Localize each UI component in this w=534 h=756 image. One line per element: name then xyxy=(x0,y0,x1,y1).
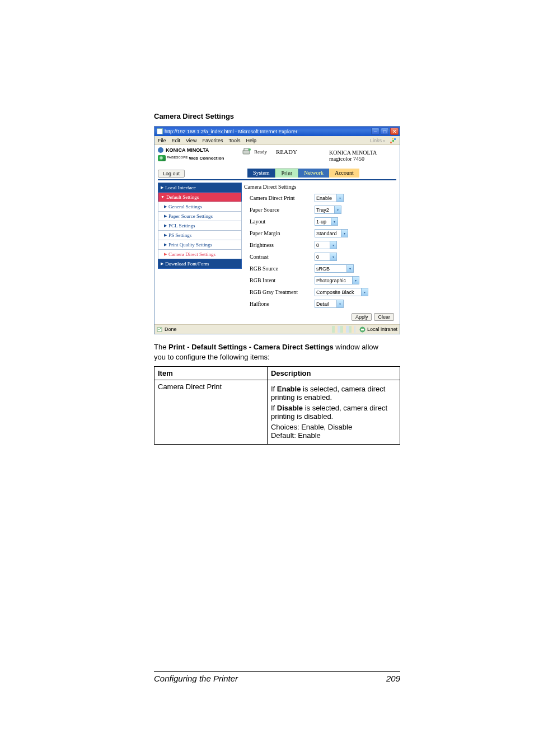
triangle-icon: ▶ xyxy=(164,223,167,228)
select-wrap[interactable]: sRGB▾ xyxy=(315,264,354,273)
setting-row: Camera Direct PrintEnable▾ xyxy=(244,192,396,204)
select-wrap[interactable]: 0▾ xyxy=(315,241,337,249)
svg-rect-5 xyxy=(244,148,249,151)
statusbar-zone: Local intranet xyxy=(367,326,397,332)
tab-system[interactable]: System xyxy=(247,169,275,178)
svg-rect-1 xyxy=(392,140,394,142)
setting-label: Paper Margin xyxy=(244,230,311,236)
device-info: KONICA MINOLTA magicolor 7450 xyxy=(329,147,396,162)
menu-help[interactable]: Help xyxy=(246,138,256,143)
select-value[interactable]: Standard xyxy=(315,229,348,237)
setting-label: Camera Direct Print xyxy=(244,195,311,201)
intranet-zone-icon xyxy=(359,326,366,333)
sidebar-item-camera-direct[interactable]: ▶Camera Direct Settings xyxy=(158,249,242,259)
sidebar-item-general[interactable]: ▶General Settings xyxy=(158,202,242,212)
sidebar-item-pcl[interactable]: ▶PCL Settings xyxy=(158,221,242,231)
triangle-icon: ▶ xyxy=(164,204,167,209)
sidebar-item-ps[interactable]: ▶PS Settings xyxy=(158,230,242,240)
triangle-icon: ▶ xyxy=(161,185,163,190)
brand-text: KONICA MINOLTA xyxy=(166,147,209,153)
apply-button[interactable]: Apply xyxy=(352,313,372,321)
triangle-down-icon: ▼ xyxy=(161,195,165,199)
pagescope-text: PAGESCOPE Web Connection xyxy=(167,156,224,161)
description-paragraph: The Print - Default Settings - Camera Di… xyxy=(154,342,380,362)
select-value[interactable]: Detail xyxy=(315,300,344,308)
triangle-icon: ▶ xyxy=(164,214,167,218)
close-button[interactable]: ✕ xyxy=(390,128,399,135)
menu-view[interactable]: View xyxy=(186,138,196,143)
sidebar-download-font[interactable]: ▶Download Font/Form xyxy=(158,259,242,269)
sidebar-label: Print Quality Settings xyxy=(168,242,212,248)
brand-circle-icon xyxy=(158,147,163,153)
tab-print[interactable]: Print xyxy=(275,169,298,178)
sidebar-label: PS Settings xyxy=(168,232,191,238)
setting-label: RGB Intent xyxy=(244,277,311,283)
select-value[interactable]: Enable xyxy=(315,194,344,202)
setting-label: Halftone xyxy=(244,301,311,307)
svg-rect-0 xyxy=(390,142,392,143)
svg-rect-3 xyxy=(392,138,394,139)
menu-favorites[interactable]: Favorites xyxy=(202,138,223,143)
setting-label: RGB Gray Treatment xyxy=(244,289,311,295)
svg-point-6 xyxy=(249,148,251,151)
sidebar-local-interface[interactable]: ▶Local Interface xyxy=(158,183,242,193)
sidebar-default-settings[interactable]: ▼Default Settings xyxy=(158,192,242,202)
statusbar-done: Done xyxy=(165,326,177,332)
menu-edit[interactable]: Edit xyxy=(172,138,181,143)
setting-row: Paper MarginStandard▾ xyxy=(244,227,396,239)
setting-label: Paper Source xyxy=(244,207,311,213)
sidebar-item-print-quality[interactable]: ▶Print Quality Settings xyxy=(158,240,242,250)
ie-throbber-icon xyxy=(388,136,397,145)
select-wrap[interactable]: Photographic▾ xyxy=(315,276,359,284)
triangle-icon: ▶ xyxy=(164,252,167,256)
tab-network[interactable]: Network xyxy=(298,169,329,178)
select-wrap[interactable]: 0▾ xyxy=(315,253,337,261)
clear-button[interactable]: Clear xyxy=(374,313,394,321)
th-item: Item xyxy=(154,367,268,380)
window-title: http://192.168.1.2/a_index.html - Micros… xyxy=(165,129,371,134)
page-footer: Configuring the Printer 209 xyxy=(154,671,400,683)
select-wrap[interactable]: Enable▾ xyxy=(315,194,344,202)
select-value[interactable]: 0 xyxy=(315,253,337,261)
select-value[interactable]: Composite Black xyxy=(315,288,368,296)
select-wrap[interactable]: Composite Black▾ xyxy=(315,288,368,296)
select-value[interactable]: sRGB xyxy=(315,264,354,273)
logout-button[interactable]: Log out xyxy=(158,170,185,178)
sidebar-label: Paper Source Settings xyxy=(168,213,213,219)
maximize-button[interactable]: □ xyxy=(381,128,389,135)
sidebar-item-paper-source[interactable]: ▶Paper Source Settings xyxy=(158,211,242,221)
select-value[interactable]: Photographic xyxy=(315,276,359,284)
select-value[interactable]: 1-up xyxy=(315,217,338,226)
tab-account[interactable]: Account xyxy=(329,169,359,178)
device-model: magicolor 7450 xyxy=(329,156,396,162)
pagescope-icon xyxy=(158,155,166,161)
setting-row: HalftoneDetail▾ xyxy=(244,298,396,310)
tab-strip: System Print Network Account xyxy=(247,169,359,178)
menu-tools[interactable]: Tools xyxy=(228,138,240,143)
menu-bar: File Edit View Favorites Tools Help xyxy=(154,136,400,145)
setting-label: Contrast xyxy=(244,254,311,260)
setting-row: Contrast0▾ xyxy=(244,251,396,263)
links-toolbar[interactable]: Links» xyxy=(370,136,385,145)
select-wrap[interactable]: Standard▾ xyxy=(315,229,348,237)
setting-row: RGB Gray TreatmentComposite Black▾ xyxy=(244,286,396,298)
sidebar: ▶Local Interface ▼Default Settings ▶Gene… xyxy=(158,183,242,322)
menu-file[interactable]: File xyxy=(158,138,166,143)
chevron-right-icon: » xyxy=(383,139,385,143)
sidebar-label: Download Font/Form xyxy=(165,261,209,267)
minimize-button[interactable]: – xyxy=(371,128,380,135)
select-wrap[interactable]: Detail▾ xyxy=(315,300,344,308)
status-value: READY xyxy=(276,147,297,155)
setting-row: RGB SourcesRGB▾ xyxy=(244,263,396,274)
done-icon xyxy=(157,326,163,333)
page-section-title: Camera Direct Settings xyxy=(154,112,380,120)
select-value[interactable]: 0 xyxy=(315,241,337,249)
select-value[interactable]: Tray2 xyxy=(315,206,341,214)
select-wrap[interactable]: Tray2▾ xyxy=(315,206,341,214)
sidebar-label: Default Settings xyxy=(166,194,199,200)
select-wrap[interactable]: 1-up▾ xyxy=(315,217,338,226)
th-description: Description xyxy=(267,367,400,380)
sidebar-label: Local Interface xyxy=(165,185,196,190)
browser-window: http://192.168.1.2/a_index.html - Micros… xyxy=(154,126,400,334)
progress-stripes xyxy=(332,326,355,333)
